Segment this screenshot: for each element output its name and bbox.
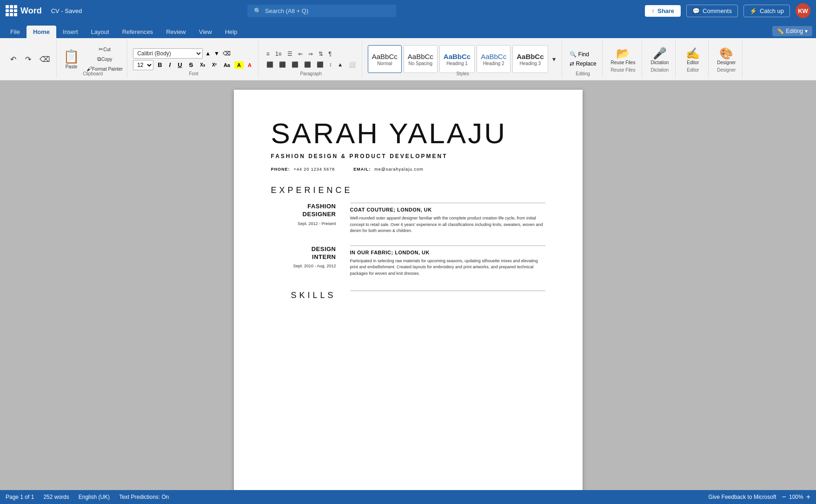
word-count: 252 words [43, 494, 69, 500]
align-right-button[interactable]: ⬛ [289, 60, 301, 69]
search-input[interactable] [265, 7, 377, 14]
font-color-button[interactable]: A [245, 61, 254, 69]
redo-button[interactable]: ↷ [21, 53, 34, 66]
cv-desc-2: Participated in selecting raw materials … [350, 258, 545, 277]
document-area: SARAH YALAJU FASHION DESIGN & PRODUCT DE… [0, 80, 816, 491]
reuse-files-icon: 📂 [616, 47, 630, 60]
style-heading2[interactable]: AaBbCc Heading 2 [477, 45, 511, 73]
font-family-select[interactable]: Calibri (Body) [133, 48, 203, 59]
paragraph-group: ≡ 1≡ ☰ ⇐ ⇒ ⇅ ¶ ⬛ ⬛ ⬛ ⬛ ⬛ ↕ ▲ ⬜ Paragraph [260, 40, 362, 78]
app-name: Word [20, 6, 42, 16]
style-normal[interactable]: AaBbCc Normal [368, 45, 402, 73]
editing-group: 🔍Find ⇄Replace Editing [564, 40, 603, 78]
decrease-indent-button[interactable]: ⇐ [296, 49, 305, 59]
align-left-button[interactable]: ⬛ [264, 60, 276, 69]
find-button[interactable]: 🔍Find [568, 50, 598, 59]
tab-file[interactable]: File [4, 26, 27, 38]
subscript-button[interactable]: X₂ [197, 61, 208, 68]
cv-job-design-intern: DESIGNINTERN Sept. 2010 - Aug. 2012 IN O… [271, 245, 545, 277]
shading-button[interactable]: ▲ [335, 60, 345, 69]
reuse-files-button[interactable]: 📂 Reuse Files [608, 46, 638, 66]
clear-format-icon[interactable]: ⌫ [222, 49, 232, 58]
bold-button[interactable]: B [155, 60, 165, 69]
designer-button[interactable]: 🎨 Designer [714, 46, 738, 66]
cv-title: FASHION DESIGN & PRODUCT DEVELOPMENT [271, 153, 545, 159]
font-group: Calibri (Body) ▲ ▼ ⌫ 12.5 B I U S X₂ X² … [129, 40, 259, 78]
cv-name: SARAH YALAJU [271, 118, 545, 149]
undo-button[interactable]: ↶ [7, 53, 20, 66]
designer-group: 🎨 Designer Designer [710, 40, 743, 78]
status-left: Page 1 of 1 252 words English (UK) Text … [6, 494, 169, 500]
status-bar: Page 1 of 1 252 words English (UK) Text … [0, 490, 816, 504]
font-highlight-button[interactable]: A [234, 61, 244, 69]
cv-phone: PHONE: +44 20 1234 5678 [271, 167, 335, 172]
style-heading1[interactable]: AaBbCc Heading 1 [439, 45, 475, 73]
editing-mode-button[interactable]: ✏️ Editing ▾ [772, 26, 812, 36]
cv-job-left-1: FASHIONDESIGNER Sept. 2012 - Present [271, 203, 336, 234]
feedback-label[interactable]: Give Feedback to Microsoft [709, 494, 776, 500]
numbered-list-button[interactable]: 1≡ [273, 49, 284, 59]
document-page[interactable]: SARAH YALAJU FASHION DESIGN & PRODUCT DE… [234, 90, 583, 491]
catch-up-button[interactable]: ⚡ Catch up [743, 5, 790, 17]
replace-button[interactable]: ⇄Replace [568, 60, 598, 68]
multilevel-list-button[interactable]: ☰ [285, 49, 295, 59]
clipboard-label: Clipboard [59, 71, 127, 76]
search-bar[interactable]: 🔍 [247, 5, 396, 17]
paste-icon: 📋 [63, 49, 80, 64]
align-justify-button[interactable]: ⬛ [302, 60, 313, 69]
strikethrough-button[interactable]: S [186, 60, 196, 69]
cv-job-title-1: FASHIONDESIGNER [271, 203, 336, 219]
styles-more-button[interactable]: ▾ [550, 54, 558, 64]
title-bar-left: Word CV - Saved [6, 5, 240, 16]
style-no-spacing[interactable]: AaBbCc No Spacing [404, 45, 438, 73]
show-formatting-button[interactable]: ¶ [326, 49, 334, 59]
cv-job-title-2: DESIGNINTERN [271, 245, 336, 261]
cv-job-left-2: DESIGNINTERN Sept. 2010 - Aug. 2012 [271, 245, 336, 277]
line-spacing-button[interactable]: ↕ [327, 60, 334, 69]
font-size-down-icon[interactable]: ▼ [213, 49, 220, 58]
sort-button[interactable]: ⇅ [316, 49, 325, 59]
format-clear-button[interactable]: ⌫ [36, 53, 53, 66]
cv-skills-section: SKILLS [271, 291, 545, 308]
title-actions: ↑ Share 💬 Comments ⚡ Catch up KW [645, 3, 810, 18]
tab-review[interactable]: Review [159, 26, 192, 38]
style-heading3[interactable]: AaBbCc Heading 3 [512, 45, 548, 73]
cv-company-1: COAT COUTURE; LONDON, UK [350, 207, 545, 212]
font-size-up-icon[interactable]: ▲ [204, 49, 212, 58]
text-predictions: Text Predictions: On [119, 494, 169, 500]
copy-button[interactable]: ⧉ Copy [84, 54, 125, 64]
superscript-button[interactable]: X² [209, 61, 219, 68]
tab-view[interactable]: View [192, 26, 219, 38]
editor-button[interactable]: ✍ Editor [681, 46, 704, 66]
styles-group-label: Styles [364, 71, 562, 76]
comments-button[interactable]: 💬 Comments [686, 5, 738, 17]
zoom-in-button[interactable]: + [806, 493, 810, 501]
avatar[interactable]: KW [796, 3, 810, 18]
cut-button[interactable]: ✂ Cut [84, 45, 125, 54]
share-button[interactable]: ↑ Share [645, 5, 681, 17]
zoom-out-button[interactable]: − [782, 493, 786, 501]
title-bar: Word CV - Saved 🔍 ↑ Share 💬 Comments ⚡ C… [0, 0, 816, 21]
tab-home[interactable]: Home [27, 26, 56, 38]
font-size-select[interactable]: 12.5 [133, 60, 153, 70]
tab-references[interactable]: References [116, 26, 159, 38]
styles-group: AaBbCc Normal AaBbCc No Spacing AaBbCc H… [364, 40, 562, 78]
font-case-button[interactable]: Aa [221, 61, 233, 69]
bullet-list-button[interactable]: ≡ [264, 49, 272, 59]
tab-insert[interactable]: Insert [56, 26, 85, 38]
font-group-label: Font [129, 71, 258, 76]
underline-button[interactable]: U [175, 60, 185, 69]
cv-experience-section: EXPERIENCE FASHIONDESIGNER Sept. 2012 - … [271, 186, 545, 277]
dictation-button[interactable]: 🎤 Dictation [648, 46, 671, 66]
doc-name: CV - Saved [51, 7, 82, 14]
tab-help[interactable]: Help [219, 26, 244, 38]
align-center-button[interactable]: ⬛ [277, 60, 288, 69]
borders-button[interactable]: ⬜ [346, 60, 358, 69]
waffle-icon[interactable] [6, 5, 17, 16]
cv-skills-title: SKILLS [271, 291, 336, 308]
italic-button[interactable]: I [166, 60, 174, 69]
paste-button[interactable]: 📋 Paste [60, 47, 82, 71]
tab-layout[interactable]: Layout [85, 26, 116, 38]
increase-indent-button[interactable]: ⇒ [306, 49, 315, 59]
columns-button[interactable]: ⬛ [314, 60, 326, 69]
